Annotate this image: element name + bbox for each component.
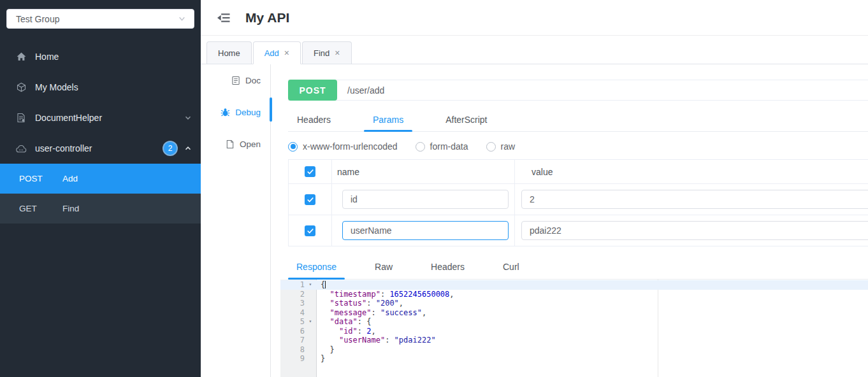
code-text: "status": "200", <box>316 299 403 308</box>
response-editor[interactable]: 1▾{2 "timestamp": 1652245650008,3 "statu… <box>280 280 868 377</box>
collapse-sidebar-icon[interactable] <box>217 12 230 24</box>
fold-icon[interactable]: ▾ <box>305 280 316 290</box>
tab-response[interactable]: Response <box>288 255 345 279</box>
sidebar-item-home[interactable]: Home <box>0 41 201 72</box>
close-icon[interactable]: × <box>335 48 340 57</box>
view-tab-label: Debug <box>235 108 261 117</box>
sidebar-menu: Home My Models DocumentHelper user-con <box>0 41 201 224</box>
send-request-button[interactable]: POST <box>288 80 337 101</box>
group-select[interactable]: Test Group <box>6 9 194 29</box>
radio-x-www-form-urlencoded[interactable]: x-www-form-urlencoded <box>288 141 398 152</box>
cloud-api-icon <box>15 144 27 153</box>
radio-label: x-www-form-urlencoded <box>303 141 398 152</box>
tab-headers[interactable]: Headers <box>288 108 340 131</box>
fold-icon[interactable]: ▾ <box>305 317 316 327</box>
api-label: Find <box>62 204 79 213</box>
editor-line[interactable]: 6 "id": 2, <box>280 327 868 336</box>
line-number: 4 <box>280 308 305 318</box>
line-number: 3 <box>280 299 305 308</box>
code-text: "userName": "pdai222" <box>316 336 436 345</box>
home-icon <box>15 52 27 62</box>
param-row <box>289 215 868 246</box>
view-tab-label: Open <box>240 139 261 149</box>
editor-line[interactable]: 9} <box>280 354 868 364</box>
method-label: POST <box>19 174 62 183</box>
open-icon <box>226 139 235 149</box>
models-icon <box>15 82 27 92</box>
tab-find[interactable]: Find × <box>302 41 351 64</box>
api-count-badge: 2 <box>164 142 177 155</box>
tab-params[interactable]: Params <box>364 108 412 131</box>
sidebar-item-post-add[interactable]: POST Add <box>0 164 201 194</box>
editor-line[interactable]: 4 "message": "success", <box>280 308 868 318</box>
tab-content: Doc Debug Open POST /user/add He <box>201 64 868 377</box>
workspace-tabbar: Home Add × Find × <box>201 36 868 64</box>
params-table-header: name value <box>289 160 868 183</box>
radio-form-data[interactable]: form-data <box>416 141 468 152</box>
tab-raw[interactable]: Raw <box>366 255 401 279</box>
param-row <box>289 183 868 215</box>
tab-afterscript[interactable]: AfterScript <box>437 108 496 131</box>
fold-spacer <box>305 336 316 345</box>
view-tab-debug[interactable]: Debug <box>201 96 270 128</box>
code-text: "id": 2, <box>316 327 376 336</box>
group-select-value: Test Group <box>16 14 178 24</box>
tab-add[interactable]: Add × <box>253 41 301 64</box>
chevron-down-icon <box>184 114 192 122</box>
top-header: My API <box>201 0 868 36</box>
request-method-row: POST /user/add <box>288 80 868 101</box>
editor-line[interactable]: 1▾{ <box>280 280 868 290</box>
editor-line[interactable]: 5▾ "data": { <box>280 317 868 327</box>
param-name-input[interactable] <box>342 221 509 240</box>
line-number: 5 <box>280 317 305 327</box>
fold-spacer <box>305 290 316 299</box>
sidebar-item-document-helper[interactable]: DocumentHelper <box>0 103 201 133</box>
debug-panel: POST /user/add Headers Params AfterScrip… <box>271 64 868 377</box>
app-window: Test Group Home My Models DocumentHe <box>0 0 868 377</box>
sidebar-item-get-find[interactable]: GET Find <box>0 194 201 224</box>
sidebar-item-label: DocumentHelper <box>35 113 184 123</box>
row-checkbox[interactable] <box>305 225 315 236</box>
tab-home[interactable]: Home <box>206 41 252 64</box>
line-number: 2 <box>280 290 305 299</box>
view-tab-open[interactable]: Open <box>201 128 270 160</box>
line-number: 7 <box>280 336 305 345</box>
row-checkbox[interactable] <box>305 194 315 205</box>
request-path: /user/add <box>347 85 384 96</box>
sidebar-submenu: POST Add GET Find <box>0 164 201 224</box>
text-cursor <box>325 281 326 288</box>
params-table: name value <box>288 159 868 246</box>
tab-curl[interactable]: Curl <box>495 255 528 279</box>
tab-response-headers[interactable]: Headers <box>423 255 473 279</box>
view-switcher: Doc Debug Open <box>201 64 271 377</box>
editor-line[interactable]: 8 } <box>280 345 868 355</box>
code-text: } <box>316 345 335 355</box>
editor-line[interactable]: 7 "userName": "pdai222" <box>280 336 868 345</box>
param-value-input[interactable] <box>521 190 868 209</box>
radio-raw[interactable]: raw <box>486 141 516 152</box>
radio-icon <box>416 142 425 152</box>
response-tabs: Response Raw Headers Curl <box>288 255 868 280</box>
sidebar-item-label: Home <box>35 52 192 62</box>
code-text: "timestamp": 1652245650008, <box>316 290 454 299</box>
close-icon[interactable]: × <box>284 48 289 57</box>
fold-spacer <box>305 345 316 355</box>
param-name-input[interactable] <box>342 190 509 209</box>
view-tab-doc[interactable]: Doc <box>201 64 270 96</box>
sidebar: Test Group Home My Models DocumentHe <box>0 0 201 377</box>
editor-line[interactable]: 2 "timestamp": 1652245650008, <box>280 290 868 299</box>
fold-spacer <box>305 299 316 308</box>
chevron-down-icon <box>178 15 186 23</box>
sidebar-item-user-controller[interactable]: user-controller 2 <box>0 133 201 164</box>
param-value-input[interactable] <box>521 221 868 240</box>
fold-spacer <box>305 354 316 364</box>
tab-label: Home <box>218 48 240 58</box>
column-header-name: name <box>332 160 515 183</box>
line-number: 1 <box>280 280 305 290</box>
select-all-checkbox[interactable] <box>305 166 315 177</box>
sidebar-item-my-models[interactable]: My Models <box>0 72 201 103</box>
editor-line[interactable]: 3 "status": "200", <box>280 299 868 308</box>
code-text: } <box>316 354 325 364</box>
code-text: "data": { <box>316 317 372 327</box>
document-helper-icon <box>15 113 27 123</box>
